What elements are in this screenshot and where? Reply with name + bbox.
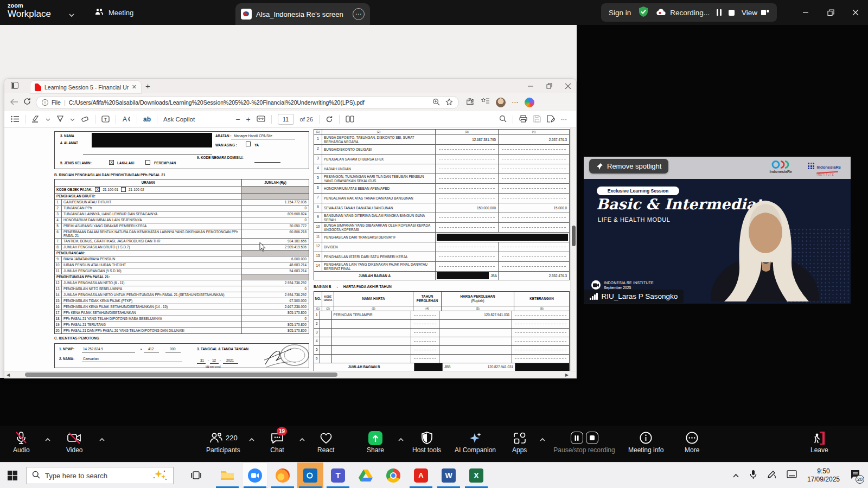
people-icon <box>94 8 104 17</box>
favorite-star-icon[interactable] <box>445 98 453 107</box>
chat-options-chevron[interactable] <box>299 434 305 444</box>
scrollbar-thumb[interactable] <box>572 226 576 246</box>
share-button[interactable]: Share <box>367 431 384 454</box>
print-icon[interactable] <box>519 115 527 124</box>
ai-companion-button[interactable]: AI Companion <box>455 431 496 454</box>
remove-spotlight-button[interactable]: Remove spotlight <box>589 159 668 174</box>
browser-more-icon[interactable]: ⋯ <box>512 99 519 106</box>
stop-recording-button[interactable] <box>586 432 598 444</box>
minimize-button[interactable] <box>793 0 818 25</box>
scroll-right-icon[interactable]: ▶ <box>565 373 569 377</box>
tray-touch-keyboard-icon[interactable] <box>787 470 797 480</box>
audio-button[interactable]: Audio <box>13 431 30 454</box>
page-number-input[interactable]: 11 <box>278 114 294 125</box>
save-icon[interactable] <box>533 115 541 124</box>
sign-in-button[interactable]: Sign in <box>609 9 631 17</box>
participants-options-chevron[interactable] <box>248 434 255 444</box>
chevron-down-icon[interactable] <box>68 10 75 20</box>
maximize-button[interactable] <box>818 0 843 25</box>
scrollbar-thumb[interactable] <box>25 373 337 377</box>
leave-button[interactable]: Leave <box>810 431 828 454</box>
translate-icon[interactable]: ab <box>143 115 151 123</box>
text-box-icon[interactable]: T <box>101 115 110 124</box>
taskbar-word[interactable]: W <box>436 463 462 488</box>
horizontal-scrollbar[interactable]: ◀ ▶ <box>4 371 576 378</box>
view-button[interactable]: View <box>742 9 769 17</box>
video-options-chevron[interactable] <box>99 434 105 444</box>
meeting-info-button[interactable]: Meeting info <box>628 431 663 454</box>
chevron-down-icon[interactable] <box>46 116 50 123</box>
search-icon[interactable] <box>499 115 507 124</box>
taskbar-zoom[interactable] <box>242 463 268 488</box>
read-aloud-icon[interactable]: A <box>122 115 131 124</box>
eraser-icon[interactable] <box>81 115 89 124</box>
vertical-tabs-icon[interactable] <box>11 82 18 89</box>
tab-shared-screen[interactable]: Alsa_Indonesia Re's screen ⋯ <box>235 3 370 25</box>
taskbar-google-drive[interactable] <box>353 463 379 488</box>
stop-recording-icon[interactable] <box>729 10 735 16</box>
taskbar-file-explorer[interactable] <box>214 463 240 488</box>
fit-width-icon[interactable] <box>257 115 265 123</box>
more-button[interactable]: More <box>685 431 699 454</box>
close-button[interactable] <box>843 0 868 25</box>
participants-button[interactable]: 220 Participants <box>206 431 240 454</box>
table-row: 6 <box>314 354 569 363</box>
audio-options-chevron[interactable] <box>44 434 51 444</box>
notification-center-icon[interactable]: 20 <box>850 470 860 481</box>
toc-icon[interactable] <box>11 115 19 124</box>
task-view-icon[interactable] <box>191 471 201 482</box>
host-tools-button[interactable]: Host tools <box>412 431 441 454</box>
tray-mic-icon[interactable] <box>750 470 757 481</box>
pdf-more-icon[interactable]: ⋯ <box>561 116 567 123</box>
taskbar-excel[interactable]: X <box>463 463 489 488</box>
taskbar-outlook[interactable] <box>297 463 323 488</box>
browser-close-button[interactable] <box>565 81 571 91</box>
highlighter-icon[interactable] <box>31 115 40 124</box>
tab-more-button[interactable]: ⋯ <box>353 8 365 20</box>
react-button[interactable]: React <box>317 431 334 454</box>
zoom-out-icon[interactable]: − <box>235 115 240 124</box>
save-as-icon[interactable] <box>547 115 555 124</box>
pause-recording-button[interactable] <box>571 432 583 444</box>
chat-button[interactable]: 19 Chat <box>270 431 284 454</box>
tab-meeting[interactable]: Meeting <box>94 0 133 25</box>
security-shield-icon[interactable] <box>638 6 649 20</box>
taskbar-clock[interactable]: 9:50 17/09/2025 <box>807 467 840 484</box>
favorites-bar-icon[interactable] <box>481 97 490 107</box>
browser-minimize-button[interactable] <box>528 81 533 91</box>
taskbar-acrobat[interactable]: A <box>408 463 434 488</box>
video-button[interactable]: Video <box>66 431 82 454</box>
copilot-icon[interactable] <box>525 98 534 107</box>
share-options-chevron[interactable] <box>398 434 404 444</box>
chevron-down-icon[interactable] <box>70 116 75 123</box>
pdf-section-a: 3. NAMA 4. ALAMAT ABATAN : Manager Handi… <box>54 131 309 169</box>
browser-tab[interactable]: Learning Session 5 - Financial Un ✕ <box>30 81 141 93</box>
search-input[interactable]: Type here to search <box>26 467 174 484</box>
draw-pen-icon[interactable] <box>56 115 64 124</box>
apps-button[interactable]: Apps <box>512 431 527 454</box>
back-icon[interactable] <box>10 98 18 107</box>
page-view-icon[interactable] <box>346 115 354 124</box>
start-button[interactable] <box>8 471 17 483</box>
rotate-icon[interactable] <box>326 115 333 124</box>
tray-pen-icon[interactable] <box>767 470 776 481</box>
browser-restore-button[interactable] <box>546 81 552 91</box>
ask-copilot-button[interactable]: Ask Copilot <box>163 116 195 123</box>
scroll-left-icon[interactable]: ◀ <box>7 373 10 377</box>
vertical-scrollbar[interactable] <box>570 128 576 378</box>
tab-close-icon[interactable]: ✕ <box>132 84 137 91</box>
tray-chevron-icon[interactable] <box>732 471 739 480</box>
zoom-page-icon[interactable] <box>432 98 440 107</box>
pause-recording-icon[interactable] <box>717 9 722 16</box>
apps-options-chevron[interactable] <box>539 434 546 444</box>
refresh-icon[interactable] <box>23 98 31 107</box>
new-tab-button[interactable]: + <box>145 81 150 91</box>
address-bar[interactable]: i File | C:/Users/Afifa%20Salsabila/Down… <box>36 96 459 109</box>
info-icon[interactable]: i <box>42 99 48 106</box>
zoom-in-icon[interactable]: + <box>246 115 250 124</box>
taskbar-firefox[interactable] <box>270 463 296 488</box>
taskbar-teams[interactable]: T <box>325 463 351 488</box>
extensions-icon[interactable] <box>466 97 475 108</box>
taskbar-chrome[interactable] <box>380 463 406 488</box>
profile-avatar[interactable] <box>496 98 506 107</box>
